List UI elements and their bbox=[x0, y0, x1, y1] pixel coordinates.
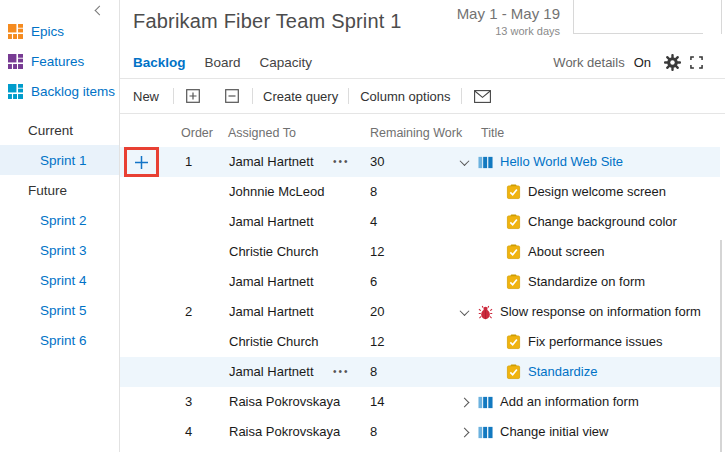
table-row[interactable]: Jamal Hartnett 4 Change background color bbox=[120, 207, 720, 237]
work-item-title[interactable]: Standardize bbox=[528, 357, 597, 387]
burndown-chart-placeholder[interactable] bbox=[573, 0, 703, 34]
table-row[interactable]: 2 Jamal Hartnett 20 Slow response on inf… bbox=[120, 297, 720, 327]
boxed-minus-icon bbox=[225, 89, 239, 103]
work-item-icon-holder bbox=[506, 184, 521, 200]
work-item-title[interactable]: Change initial view bbox=[500, 417, 608, 447]
work-item-icon-holder bbox=[506, 214, 521, 230]
remaining-work-cell: 12 bbox=[370, 327, 450, 357]
sprint-group-label: Current bbox=[0, 115, 119, 145]
collapse-all-button[interactable] bbox=[225, 89, 239, 103]
sprint-group-label: Future bbox=[0, 175, 119, 205]
expand-toggle[interactable] bbox=[456, 429, 472, 436]
grid-scrollbar[interactable] bbox=[720, 240, 722, 452]
expand-all-button[interactable] bbox=[186, 89, 200, 103]
title-cell: Fix performance issues bbox=[456, 327, 720, 357]
create-query-button[interactable]: Create query bbox=[263, 89, 338, 104]
task-icon bbox=[506, 274, 521, 290]
collapse-sidebar-button[interactable] bbox=[92, 3, 106, 17]
work-item-title[interactable]: Slow response on information form bbox=[500, 297, 701, 327]
sidebar-item-backlog-items[interactable]: Backlog items bbox=[0, 76, 119, 106]
column-header-remaining-work[interactable]: Remaining Work bbox=[370, 126, 462, 140]
column-header-title[interactable]: Title bbox=[481, 126, 504, 140]
annotation-highlight bbox=[124, 147, 159, 177]
sprint-groups: CurrentSprint 1FutureSprint 2Sprint 3Spr… bbox=[0, 115, 119, 355]
sidebar-item-sprint[interactable]: Sprint 3 bbox=[0, 235, 119, 265]
fullscreen-icon[interactable] bbox=[690, 56, 703, 69]
add-task-button[interactable] bbox=[134, 155, 149, 170]
toolbar-separator bbox=[173, 88, 174, 104]
work-item-title[interactable]: About screen bbox=[528, 237, 605, 267]
sidebar-item-sprint[interactable]: Sprint 5 bbox=[0, 295, 119, 325]
column-header-assigned-to[interactable]: Assigned To bbox=[228, 126, 296, 140]
work-details-toggle[interactable]: On bbox=[634, 55, 651, 70]
chevron-left-icon bbox=[94, 5, 104, 15]
remaining-work-cell: 8 bbox=[370, 357, 450, 387]
sidebar-item-epics[interactable]: Epics bbox=[0, 16, 119, 46]
sidebar-item-features[interactable]: Features bbox=[0, 46, 119, 76]
sidebar-item-sprint[interactable]: Sprint 6 bbox=[0, 325, 119, 355]
work-item-icon-holder bbox=[506, 364, 521, 380]
table-row[interactable]: Jamal Hartnett ••• 8 Standardize bbox=[120, 357, 720, 387]
order-cell bbox=[185, 357, 225, 387]
assigned-to-cell: Jamal Hartnett bbox=[229, 207, 347, 237]
order-cell: 2 bbox=[185, 297, 225, 327]
order-cell bbox=[185, 237, 225, 267]
gear-icon[interactable] bbox=[664, 54, 681, 71]
column-options-button[interactable]: Column options bbox=[360, 89, 450, 104]
sidebar-item-sprint[interactable]: Sprint 2 bbox=[0, 205, 119, 235]
remaining-work-cell: 20 bbox=[370, 297, 450, 327]
work-item-title[interactable]: Change background color bbox=[528, 207, 677, 237]
remaining-work-cell: 12 bbox=[370, 237, 450, 267]
tab-board[interactable]: Board bbox=[205, 55, 241, 70]
assigned-to-cell: Raisa Pokrovskaya bbox=[229, 387, 347, 417]
task-icon bbox=[506, 334, 521, 350]
sprint-dates: May 1 - May 19 13 work days bbox=[457, 5, 560, 37]
remaining-work-cell: 6 bbox=[370, 267, 450, 297]
order-cell bbox=[185, 177, 225, 207]
main-content: Fabrikam Fiber Team Sprint 1 May 1 - May… bbox=[120, 0, 725, 452]
sidebar: Epics Features Backlog items CurrentSpri… bbox=[0, 0, 120, 452]
sidebar-item-label: Backlog items bbox=[31, 84, 115, 99]
table-row[interactable]: 3 Raisa Pokrovskaya 14 Add an informatio… bbox=[120, 387, 720, 417]
title-cell: Change initial view bbox=[456, 417, 720, 447]
product-backlog-item-icon bbox=[478, 395, 493, 410]
order-cell bbox=[185, 327, 225, 357]
row-context-menu[interactable]: ••• bbox=[333, 357, 363, 387]
row-context-menu[interactable]: ••• bbox=[333, 147, 363, 177]
sidebar-item-sprint[interactable]: Sprint 4 bbox=[0, 265, 119, 295]
table-row[interactable]: Christie Church 12 About screen bbox=[120, 237, 720, 267]
backlog-grid: 1 Jamal Hartnett ••• 30 Hello World Web … bbox=[120, 147, 720, 447]
sidebar-item-sprint[interactable]: Sprint 1 bbox=[0, 145, 119, 175]
backlog-items-icon bbox=[8, 84, 23, 99]
new-button[interactable]: New bbox=[133, 89, 159, 104]
assigned-to-cell: Christie Church bbox=[229, 237, 347, 267]
expand-toggle[interactable] bbox=[456, 399, 472, 406]
work-item-title[interactable]: Fix performance issues bbox=[528, 327, 662, 357]
work-item-icon-holder bbox=[478, 155, 493, 170]
expand-toggle[interactable] bbox=[456, 309, 472, 316]
expand-chevron bbox=[459, 156, 469, 166]
order-cell: 4 bbox=[185, 417, 225, 447]
title-cell: Slow response on information form bbox=[456, 297, 720, 327]
assigned-to-cell: Christie Church bbox=[229, 327, 347, 357]
work-item-title[interactable]: Add an information form bbox=[500, 387, 639, 417]
table-row[interactable]: Johnnie McLeod 8 Design welcome screen bbox=[120, 177, 720, 207]
work-item-title[interactable]: Hello World Web Site bbox=[500, 147, 623, 177]
assigned-to-cell: Raisa Pokrovskaya bbox=[229, 417, 347, 447]
toolbar-separator bbox=[461, 88, 462, 104]
sprint-date-range: May 1 - May 19 bbox=[457, 5, 560, 22]
tab-capacity[interactable]: Capacity bbox=[260, 55, 313, 70]
table-row[interactable]: 1 Jamal Hartnett ••• 30 Hello World Web … bbox=[120, 147, 720, 177]
grid-toolbar: New Create query Column options bbox=[133, 79, 491, 113]
tab-backlog[interactable]: Backlog bbox=[133, 55, 186, 70]
column-header-order[interactable]: Order bbox=[181, 126, 213, 140]
table-row[interactable]: 4 Raisa Pokrovskaya 8 Change initial vie… bbox=[120, 417, 720, 447]
work-item-title[interactable]: Design welcome screen bbox=[528, 177, 666, 207]
title-cell: About screen bbox=[456, 237, 720, 267]
expand-toggle[interactable] bbox=[456, 159, 472, 166]
table-row[interactable]: Christie Church 12 Fix performance issue… bbox=[120, 327, 720, 357]
email-button[interactable] bbox=[474, 90, 491, 103]
work-item-title[interactable]: Standardize on form bbox=[528, 267, 645, 297]
table-row[interactable]: Jamal Hartnett 6 Standardize on form bbox=[120, 267, 720, 297]
assigned-to-cell: Jamal Hartnett bbox=[229, 297, 347, 327]
